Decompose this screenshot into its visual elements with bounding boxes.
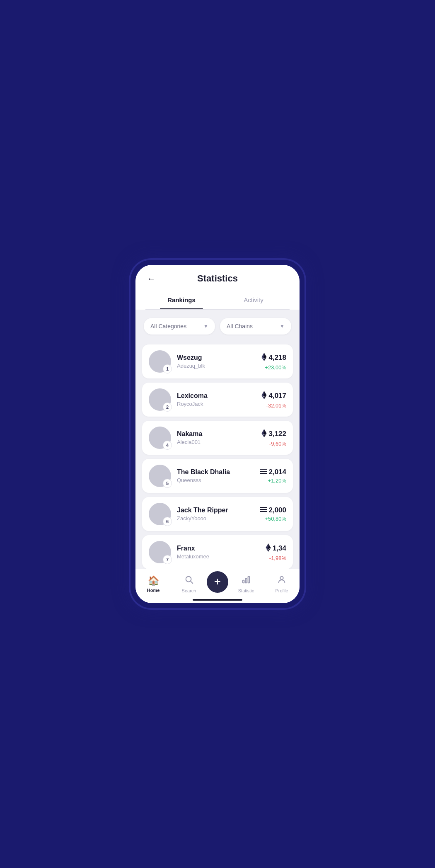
phone-frame: ← Statistics Rankings Activity Al (130, 260, 304, 608)
nav-label-home: Home (147, 588, 160, 593)
rank-change: -9,60% (261, 441, 286, 447)
rank-value: 3,122 -9,60% (261, 429, 286, 447)
back-button[interactable]: ← (145, 272, 157, 285)
tabs-container: Rankings Activity (145, 291, 290, 310)
rank-item-4[interactable]: 5 The Black Dhalia Queensss 2,014 +1,20% (142, 459, 293, 493)
avatar-wrap: 5 (149, 465, 171, 487)
rank-price: 2,000 (260, 506, 286, 514)
price-amount: 4,017 (268, 392, 286, 400)
rank-username: Metaluxomee (177, 553, 260, 560)
header: ← Statistics Rankings Activity (135, 265, 300, 310)
rank-value: 2,014 +1,20% (260, 468, 286, 484)
chevron-down-icon: ▼ (203, 323, 208, 329)
rank-value: 1,34 -1,98% (266, 543, 286, 561)
nav-label-statistic: Statistic (238, 588, 254, 593)
rank-badge: 6 (163, 517, 172, 526)
eth-icon (266, 543, 271, 554)
profile-icon (277, 575, 286, 587)
avatar-wrap: 6 (149, 503, 171, 525)
rank-price: 2,014 (260, 468, 286, 476)
rank-name: Nakama (177, 430, 256, 438)
rank-change: -32,01% (261, 402, 286, 409)
nav-item-search[interactable]: Search (171, 573, 207, 595)
plus-icon: + (214, 576, 221, 587)
all-categories-filter[interactable]: All Categories ▼ (144, 318, 215, 335)
nav-item-profile[interactable]: Profile (264, 573, 300, 595)
poly-icon (260, 506, 267, 514)
rank-username: RoycoJack (177, 401, 256, 407)
nav-item-statistic[interactable]: Statistic (228, 573, 264, 595)
statistic-icon (242, 575, 251, 587)
avatar-wrap: 2 (149, 388, 171, 411)
rank-username: Alecia001 (177, 439, 256, 445)
price-amount: 3,122 (268, 430, 286, 438)
rank-badge: 1 (163, 364, 172, 373)
tab-activity[interactable]: Activity (218, 291, 290, 309)
avatar-wrap: 7 (149, 541, 171, 563)
rank-value: 2,000 +50,80% (260, 506, 286, 522)
rank-change: +23,00% (261, 364, 286, 371)
rank-price: 3,122 (261, 429, 286, 439)
rank-name: Wsezug (177, 354, 256, 361)
price-amount: 2,000 (268, 506, 286, 514)
rank-info: The Black Dhalia Queensss (177, 468, 254, 483)
search-icon (184, 575, 193, 587)
rank-badge: 2 (163, 402, 172, 412)
bottom-nav: 🏠 Home Search + (135, 569, 300, 603)
rank-info: Lexicoma RoycoJack (177, 392, 256, 407)
avatar-wrap: 4 (149, 427, 171, 449)
svg-rect-8 (243, 580, 244, 583)
rank-name: The Black Dhalia (177, 468, 254, 476)
tab-rankings[interactable]: Rankings (145, 291, 218, 309)
nav-label-search: Search (182, 588, 196, 593)
price-amount: 1,34 (273, 544, 286, 553)
add-button[interactable]: + (207, 571, 228, 593)
eth-icon (261, 353, 267, 363)
rank-price: 4,218 (261, 353, 286, 363)
home-indicator (193, 599, 242, 601)
nav-label-profile: Profile (275, 588, 288, 593)
chevron-down-icon: ▼ (280, 323, 285, 329)
rank-value: 4,218 +23,00% (261, 353, 286, 371)
rank-name: Jack The Ripper (177, 507, 254, 514)
svg-line-7 (191, 581, 193, 583)
home-icon: 🏠 (148, 575, 159, 586)
rank-info: Wsezug Adezuq_blk (177, 354, 256, 369)
rank-info: Franx Metaluxomee (177, 545, 260, 560)
nav-item-home[interactable]: 🏠 Home (135, 574, 171, 594)
filters-row: All Categories ▼ All Chains ▼ (135, 310, 300, 341)
price-amount: 4,218 (268, 354, 286, 362)
all-chains-filter[interactable]: All Chains ▼ (220, 318, 291, 335)
avatar-wrap: 1 (149, 350, 171, 373)
svg-rect-9 (245, 578, 247, 583)
header-top: ← Statistics (145, 273, 290, 291)
rankings-list: 1 Wsezug Adezuq_blk 4,218 +23,00% 2 Lexi… (135, 341, 300, 569)
rank-name: Franx (177, 545, 260, 552)
rank-price: 4,017 (261, 391, 286, 401)
phone-screen: ← Statistics Rankings Activity Al (135, 265, 300, 603)
poly-icon (260, 468, 267, 476)
rank-value: 4,017 -32,01% (261, 391, 286, 409)
rank-change: +50,80% (260, 516, 286, 522)
page-title: Statistics (197, 273, 238, 284)
rank-item-5[interactable]: 6 Jack The Ripper ZackyYoooo 2,000 +50,8… (142, 497, 293, 531)
rank-username: ZackyYoooo (177, 515, 254, 521)
rank-item-3[interactable]: 4 Nakama Alecia001 3,122 -9,60% (142, 421, 293, 455)
rank-name: Lexicoma (177, 392, 256, 400)
price-amount: 2,014 (268, 468, 286, 476)
rank-item-2[interactable]: 2 Lexicoma RoycoJack 4,017 -32,01% (142, 383, 293, 417)
eth-icon (261, 391, 267, 401)
rank-info: Nakama Alecia001 (177, 430, 256, 445)
rank-price: 1,34 (266, 543, 286, 554)
rank-item-6[interactable]: 7 Franx Metaluxomee 1,34 -1,98% (142, 535, 293, 569)
rank-item-1[interactable]: 1 Wsezug Adezuq_blk 4,218 +23,00% (142, 344, 293, 378)
rank-badge: 4 (163, 441, 172, 450)
rank-badge: 7 (163, 555, 172, 564)
rank-info: Jack The Ripper ZackyYoooo (177, 507, 254, 521)
screen-content: ← Statistics Rankings Activity Al (135, 265, 300, 569)
rank-username: Adezuq_blk (177, 363, 256, 369)
rank-username: Queensss (177, 477, 254, 483)
rank-change: -1,98% (266, 555, 286, 561)
rank-change: +1,20% (260, 478, 286, 484)
svg-point-11 (280, 577, 283, 579)
